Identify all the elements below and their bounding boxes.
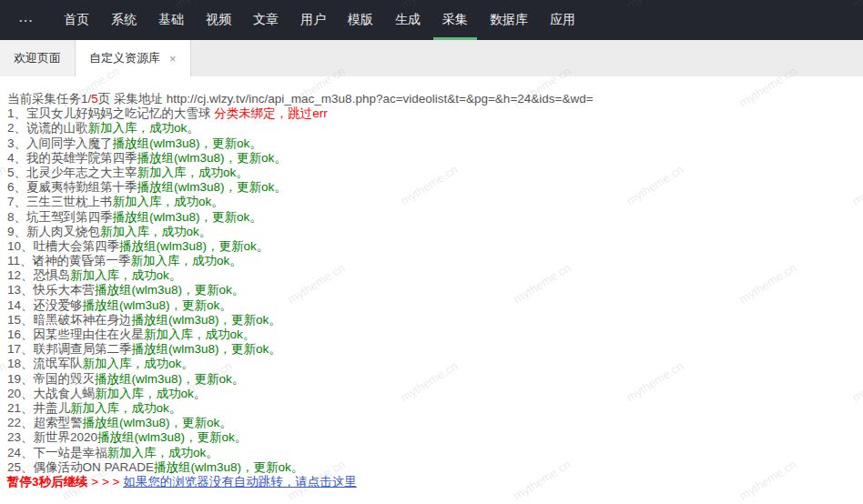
log-line: 22、超索型警播放组(wlm3u8)，更新ok。 [7,416,856,430]
log-line: 15、暗黑破坏神在身边播放组(wlm3u8)，更新ok。 [7,313,856,328]
log-line: 9、新人肉叉烧包新加入库，成功ok。 [7,225,856,239]
tab-close-icon[interactable]: × [169,53,177,65]
log-item-status: 新加入库，成功ok。 [70,268,181,282]
nav-item-system[interactable]: 系统 [100,0,147,40]
log-item-status: 播放组(wlm3u8)，更新ok。 [154,460,303,474]
log-item-status: 播放组(wlm3u8)，更新ok。 [132,313,281,327]
log-item-status: 播放组(wlm3u8)，更新ok。 [113,210,262,224]
log-line: 19、帝国的毁灭播放组(wlm3u8)，更新ok。 [7,372,856,387]
arrows-decoration: > > > [88,475,124,489]
log-line: 8、坑王驾到第四季播放组(wlm3u8)，更新ok。 [7,210,856,225]
log-item-status: 播放组(wlm3u8)，更新ok。 [113,136,262,150]
nav-item-article[interactable]: 文章 [242,0,289,40]
log-item-title: 4、我的英雄学院第四季 [7,151,137,165]
nav-item-home[interactable]: 首页 [53,0,100,40]
log-item-status: 新加入库，成功ok。 [70,401,181,415]
nav-item-collect[interactable]: 采集 [432,0,479,40]
log-line: 25、偶像活动ON PARADE播放组(wlm3u8)，更新ok。 [7,460,856,475]
nav-item-user[interactable]: 用户 [289,0,337,40]
log-item-title: 23、新世界2020 [7,430,97,444]
top-navbar: ··· 首页系统基础视频文章用户模版生成采集数据库应用 [0,0,863,40]
log-item-status: 新加入库，成功ok。 [113,195,224,208]
log-line: 2、说谎的山歌新加入库，成功ok。 [7,121,856,136]
log-line: 17、联邦调查局第二季播放组(wlm3u8)，更新ok。 [7,342,856,357]
log-item-title: 8、坑王驾到第四季 [7,210,113,224]
log-item-status: 播放组(wlm3u8)，更新ok。 [95,372,244,386]
log-line: 4、我的英雄学院第四季播放组(wlm3u8)，更新ok。 [7,151,856,166]
nav-item-basic[interactable]: 基础 [147,0,195,40]
log-item-title: 18、流氓军队 [7,357,83,370]
log-line: 7、三生三世枕上书新加入库，成功ok。 [7,195,856,209]
log-item-status: 播放组(wlm3u8)，更新ok。 [83,416,232,429]
nav-item-generate[interactable]: 生成 [384,0,432,40]
log-item-title: 22、超索型警 [7,416,83,429]
log-item-title: 21、井盖儿 [7,401,70,415]
nav-item-template[interactable]: 模版 [337,0,384,40]
log-item-status: 新加入库，成功ok。 [88,121,199,135]
log-item-status: 新加入库，成功ok。 [83,357,194,370]
log-item-title: 12、恐惧岛 [7,268,70,282]
menu-ellipsis-icon[interactable]: ··· [0,0,53,40]
log-item-title: 3、入间同学入魔了 [7,136,113,150]
tab-label: 欢迎页面 [14,50,61,66]
log-line: 16、因某些理由住在火星新加入库，成功ok。 [7,328,856,342]
log-line: 12、恐惧岛新加入库，成功ok。 [7,268,856,283]
pause-countdown-text: 暂停3秒后继续 [7,475,88,489]
log-item-title: 10、吐槽大会第四季 [7,239,119,253]
log-item-status: 播放组(wlm3u8)，更新ok。 [119,239,269,253]
log-item-status: 播放组(wlm3u8)，更新ok。 [137,151,287,165]
log-item-status: 播放组(wlm3u8)，更新ok。 [95,283,244,297]
log-item-title: 14、还没爱够 [7,298,83,312]
log-item-title: 15、暗黑破坏神在身边 [7,313,132,327]
task-header-before: 当前采集任务1/ [7,92,91,106]
log-item-status: 分类未绑定，跳过err [211,106,328,120]
log-item-title: 11、诸神的黄昏第一季 [7,254,131,267]
log-item-title: 9、新人肉叉烧包 [7,225,100,238]
log-item-status: 新加入库，成功ok。 [144,328,255,341]
log-item-title: 6、夏威夷特勤组第十季 [7,180,137,194]
log-item-status: 新加入库，成功ok。 [131,254,242,267]
log-line: 5、北灵少年志之大主宰新加入库，成功ok。 [7,166,856,180]
log-item-title: 1、宝贝女儿好妈妈之吃记忆的大雪球 [7,106,211,120]
tab-custom-resource[interactable]: 自定义资源库× [76,40,191,76]
log-item-status: 新加入库，成功ok。 [107,446,218,459]
log-item-status: 播放组(wlm3u8)，更新ok。 [97,430,247,444]
task-header-mid: 页 采集地址 [98,92,167,106]
task-header-line: 当前采集任务1/5页 采集地址 http://cj.wlzy.tv/inc/ap… [7,92,856,106]
task-page-total: 5 [91,92,98,106]
manual-jump-link[interactable]: 如果您的浏览器没有自动跳转，请点击这里 [123,475,357,489]
tab-welcome[interactable]: 欢迎页面 [0,40,76,76]
log-line: 23、新世界2020播放组(wlm3u8)，更新ok。 [7,430,856,445]
log-item-title: 24、下一站是幸福 [7,446,107,459]
log-item-title: 16、因某些理由住在火星 [7,328,144,341]
log-item-status: 播放组(wlm3u8)，更新ok。 [132,342,281,356]
collect-log-panel: 当前采集任务1/5页 采集地址 http://cj.wlzy.tv/inc/ap… [0,76,863,489]
log-list: 1、宝贝女儿好妈妈之吃记忆的大雪球 分类未绑定，跳过err2、说谎的山歌新加入库… [7,106,856,475]
log-line: 1、宝贝女儿好妈妈之吃记忆的大雪球 分类未绑定，跳过err [7,106,856,121]
log-item-status: 播放组(wlm3u8)，更新ok。 [83,298,232,312]
log-item-title: 7、三生三世枕上书 [7,195,113,208]
log-item-status: 播放组(wlm3u8)，更新ok。 [137,180,287,194]
log-line: 11、诸神的黄昏第一季新加入库，成功ok。 [7,254,856,268]
log-line: 18、流氓军队新加入库，成功ok。 [7,357,856,371]
tab-bar: 欢迎页面自定义资源库× [0,40,863,76]
log-line: 20、大战食人蝎新加入库，成功ok。 [7,387,856,401]
log-item-status: 新加入库，成功ok。 [95,387,206,400]
log-line: 6、夏威夷特勤组第十季播放组(wlm3u8)，更新ok。 [7,180,856,195]
log-item-status: 新加入库，成功ok。 [100,225,211,238]
log-item-title: 2、说谎的山歌 [7,121,88,135]
log-item-title: 20、大战食人蝎 [7,387,95,400]
log-line: 24、下一站是幸福新加入库，成功ok。 [7,446,856,460]
nav-item-video[interactable]: 视频 [195,0,242,40]
log-item-title: 19、帝国的毁灭 [7,372,95,386]
log-line: 3、入间同学入魔了播放组(wlm3u8)，更新ok。 [7,136,856,151]
log-item-title: 17、联邦调查局第二季 [7,342,132,356]
nav-item-app[interactable]: 应用 [539,0,586,40]
log-item-status: 新加入库，成功ok。 [137,166,249,179]
nav-item-database[interactable]: 数据库 [479,0,539,40]
log-item-title: 13、快乐大本营 [7,283,95,297]
nav-menu: 首页系统基础视频文章用户模版生成采集数据库应用 [53,0,586,40]
tab-label: 自定义资源库 [89,50,160,66]
log-line: 21、井盖儿新加入库，成功ok。 [7,401,856,416]
log-line: 13、快乐大本营播放组(wlm3u8)，更新ok。 [7,283,856,297]
